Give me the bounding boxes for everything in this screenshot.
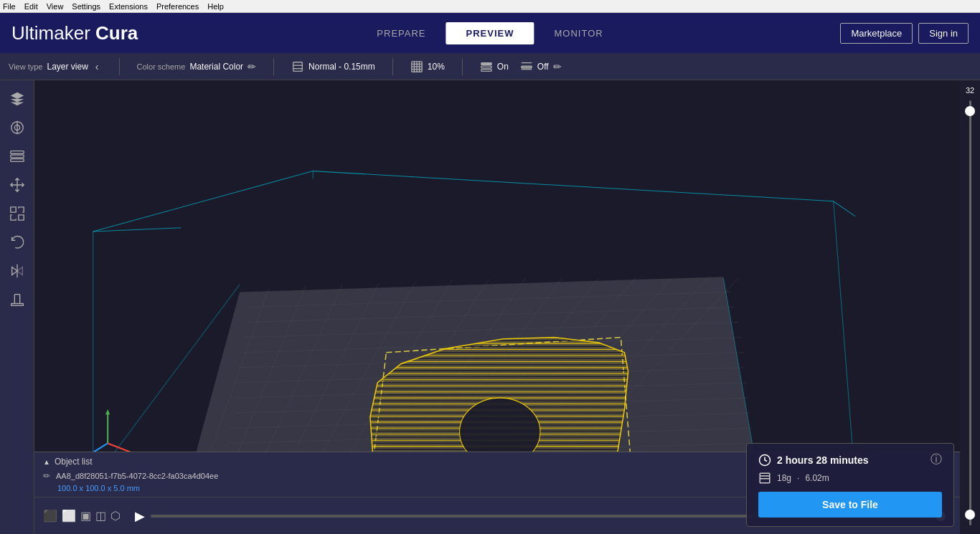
titlebar-right: Marketplace Sign in: [840, 23, 969, 44]
color-scheme-group: Color scheme Material Color ✏: [137, 61, 257, 72]
infill-icon: [410, 60, 423, 73]
svg-rect-13: [522, 66, 532, 68]
object-name: AA8_d8f28051-f7b5-4072-8cc2-fa03ca4d04ee: [56, 472, 218, 480]
menu-file[interactable]: File: [3, 2, 16, 11]
svg-rect-0: [293, 62, 303, 71]
signin-button[interactable]: Sign in: [918, 23, 969, 44]
layer-slider-track[interactable]: [969, 100, 971, 525]
layer-on-value: On: [497, 62, 509, 72]
infill-group: 10%: [410, 60, 445, 73]
layer-off-group: Off ✏: [520, 60, 562, 73]
view-type-value: Layer view: [47, 62, 88, 72]
logo-ultimaker: Ultimaker: [11, 22, 90, 44]
color-scheme-value: Material Color: [189, 62, 243, 72]
layer-slider-thumb-bottom[interactable]: [965, 510, 975, 520]
logo-cura: Cura: [95, 22, 138, 44]
tool-move[interactable]: [4, 172, 30, 198]
layer-slider-thumb-top[interactable]: [965, 106, 975, 116]
menu-settings[interactable]: Settings: [72, 2, 100, 11]
menu-extensions[interactable]: Extensions: [109, 2, 148, 11]
print-time-value: 2 hours 28 minutes: [777, 454, 869, 466]
svg-rect-21: [10, 159, 23, 162]
svg-rect-20: [10, 155, 23, 158]
bottom-tool-5[interactable]: ⬡: [110, 509, 121, 523]
layer-edit-icon[interactable]: ✏: [553, 61, 562, 72]
slider-top-label: 32: [966, 86, 974, 95]
view-type-group: View type Layer view ‹: [9, 59, 102, 74]
tool-layers[interactable]: [4, 143, 30, 169]
marketplace-button[interactable]: Marketplace: [840, 23, 913, 44]
object-edit-icon[interactable]: ✏: [43, 471, 50, 481]
menu-preferences[interactable]: Preferences: [156, 2, 199, 11]
tool-support[interactable]: [4, 287, 30, 313]
menu-view[interactable]: View: [47, 2, 64, 11]
object-list-title: Object list: [55, 457, 93, 467]
view-type-label: View type: [9, 62, 43, 71]
info-detail-button[interactable]: ⓘ: [930, 452, 942, 467]
menu-edit[interactable]: Edit: [24, 2, 38, 11]
svg-rect-12: [481, 69, 491, 71]
title-bar: Ultimaker Cura PREPARE PREVIEW MONITOR M…: [0, 13, 980, 53]
toolbar-sep-1: [119, 58, 120, 75]
bottom-tool-4[interactable]: ◫: [95, 509, 106, 523]
material-separator: ·: [797, 473, 799, 483]
toolbar-sep-3: [392, 58, 393, 75]
tool-mirror[interactable]: [4, 258, 30, 284]
toolbar-sep-2: [273, 58, 274, 75]
layer-on-group: On: [480, 60, 509, 73]
save-to-file-button[interactable]: Save to File: [758, 492, 942, 518]
bottom-tool-3[interactable]: ▣: [80, 509, 91, 523]
tab-preview[interactable]: PREVIEW: [446, 22, 534, 44]
svg-rect-11: [481, 66, 491, 68]
tool-scale[interactable]: [4, 201, 30, 227]
object-list-collapse-icon[interactable]: ▲: [43, 458, 50, 466]
material-weight: 18g: [777, 473, 791, 483]
view-type-chevron[interactable]: ‹: [93, 59, 102, 74]
layer-off-icon: [520, 60, 533, 73]
menu-help[interactable]: Help: [207, 2, 224, 11]
infill-value: 10%: [428, 62, 445, 72]
tool-xray[interactable]: [4, 115, 30, 140]
color-scheme-label: Color scheme: [137, 62, 186, 71]
app-logo: Ultimaker Cura: [11, 22, 138, 44]
print-profile-icon: [291, 60, 304, 73]
svg-rect-10: [481, 62, 491, 65]
tab-monitor[interactable]: MONITOR: [534, 22, 623, 44]
time-icon: [758, 454, 771, 467]
print-profile-value: Normal - 0.15mm: [308, 62, 375, 72]
info-time: 2 hours 28 minutes: [758, 454, 869, 467]
svg-rect-19: [10, 151, 23, 154]
svg-rect-23: [11, 304, 23, 306]
toolbar: View type Layer view ‹ Color scheme Mate…: [0, 53, 980, 80]
layer-on-icon: [480, 60, 493, 73]
toolbar-sep-4: [462, 58, 463, 75]
color-scheme-edit-icon[interactable]: ✏: [248, 61, 256, 72]
material-length: 6.02m: [805, 473, 829, 483]
nav-tabs: PREPARE PREVIEW MONITOR: [357, 22, 623, 44]
menu-bar: File Edit View Settings Extensions Prefe…: [0, 0, 980, 13]
play-button[interactable]: ▶: [135, 508, 145, 524]
print-info-panel: 2 hours 28 minutes ⓘ 18g · 6.02m Save to…: [746, 443, 954, 527]
object-transform-tools: ⬛ ⬜ ▣ ◫ ⬡: [43, 509, 121, 523]
tool-rotate[interactable]: [4, 229, 30, 255]
tool-solidview[interactable]: [4, 86, 30, 112]
bottom-tool-1[interactable]: ⬛: [43, 509, 57, 523]
main-area: 32 ▲ Object list ✏ AA8_d8f28051-f7b5-407…: [0, 80, 980, 534]
print-profile-group: Normal - 0.15mm: [291, 60, 375, 73]
info-time-row: 2 hours 28 minutes ⓘ: [758, 452, 942, 467]
viewport-3d[interactable]: 32 ▲ Object list ✏ AA8_d8f28051-f7b5-407…: [34, 80, 980, 534]
layer-off-value: Off: [537, 62, 549, 72]
tab-prepare[interactable]: PREPARE: [357, 22, 446, 44]
bottom-tool-2[interactable]: ⬜: [62, 509, 76, 523]
left-sidebar: [0, 80, 34, 534]
info-material: 18g · 6.02m: [758, 472, 942, 485]
material-icon: [758, 472, 771, 485]
